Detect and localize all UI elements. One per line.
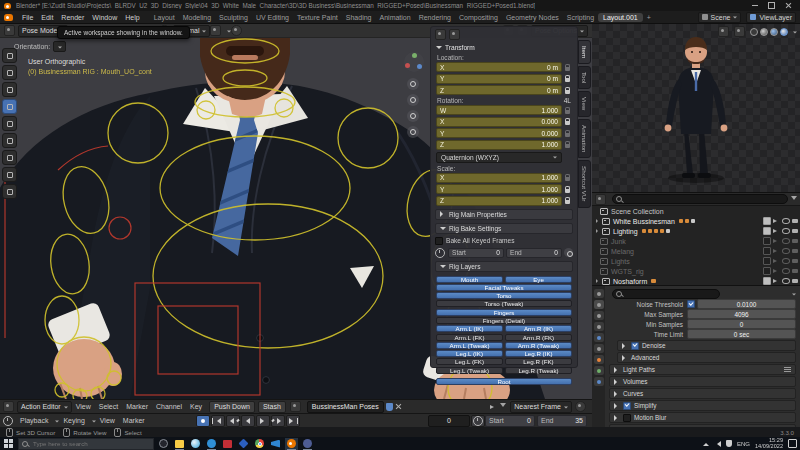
language-indicator[interactable]: ENG <box>737 441 750 447</box>
lock-icon[interactable] <box>565 200 570 204</box>
overlays-toggle-icon[interactable] <box>734 26 745 37</box>
workspace-tab-sculpting[interactable]: Sculpting <box>215 14 252 21</box>
motion-blur-checkbox[interactable] <box>623 414 631 422</box>
lock-icon[interactable] <box>565 121 570 125</box>
checkbox-icon[interactable] <box>763 267 771 275</box>
preset-menu-icon[interactable] <box>784 367 791 372</box>
axis-z-handle[interactable] <box>412 53 417 58</box>
output-tab-icon[interactable] <box>594 311 604 320</box>
max-samples-field[interactable]: 4096 <box>687 309 796 319</box>
security-shield-icon[interactable] <box>726 440 732 447</box>
dope-menu-channel[interactable]: Channel <box>152 403 186 410</box>
frame-end-field[interactable]: End35 <box>537 415 587 427</box>
fake-user-shield-icon[interactable] <box>386 403 393 411</box>
outliner-row-melang[interactable]: Melang <box>592 246 800 256</box>
auto-key-record-button[interactable] <box>196 415 210 427</box>
ortho-toggle-icon[interactable] <box>407 126 419 138</box>
eye-icon[interactable] <box>782 228 790 234</box>
tool-tab-icon[interactable] <box>594 289 604 298</box>
cursor-tool-icon[interactable] <box>2 82 17 97</box>
rotation-mode-dropdown[interactable]: Quaternion (WXYZ) <box>436 152 562 163</box>
prev-keyframe-button[interactable] <box>226 415 240 427</box>
eye-icon[interactable] <box>782 248 790 254</box>
denoise-section-header[interactable]: Denoise <box>617 340 796 351</box>
preview-range-clock-button[interactable] <box>471 415 485 427</box>
move-tool-icon[interactable] <box>2 99 17 114</box>
rig-layer-button-arm-r-fk[interactable]: Arm.R (FK) <box>505 334 572 341</box>
rig-layer-button-arm-r-ik[interactable]: Arm.R (IK) <box>505 325 572 332</box>
browse-action-icon[interactable] <box>290 401 301 412</box>
simplify-checkbox[interactable] <box>623 402 631 410</box>
world-tab-icon[interactable] <box>594 344 604 353</box>
properties-search[interactable] <box>612 289 720 299</box>
snap-magnet-icon[interactable] <box>210 25 221 36</box>
workspace-tab-shading[interactable]: Shading <box>342 14 376 21</box>
lock-icon[interactable] <box>565 189 570 193</box>
rig-layer-button-leg-l-fk[interactable]: Leg.L (FK) <box>436 358 503 365</box>
blender-menu-icon[interactable] <box>4 14 13 21</box>
rig-layer-button-arm-l-tweak[interactable]: Arm.L (Tweak) <box>436 342 503 349</box>
volumes-section-header[interactable]: Volumes <box>609 376 796 387</box>
filter-icon[interactable] <box>791 196 797 203</box>
selectable-icon[interactable] <box>773 269 779 273</box>
rig-layer-button-root[interactable]: Root <box>436 378 572 385</box>
menu-window[interactable]: Window <box>88 14 121 21</box>
minimize-icon[interactable] <box>752 5 758 6</box>
transform-panel-header[interactable]: Transform <box>436 43 572 52</box>
app-file-explorer-icon[interactable] <box>173 438 186 450</box>
rig-layer-button-fingers[interactable]: Fingers <box>436 309 572 316</box>
next-keyframe-button[interactable] <box>271 415 285 427</box>
tab-item[interactable]: Item <box>578 40 591 64</box>
modifier-tab-icon[interactable] <box>594 366 604 375</box>
unlink-icon[interactable] <box>395 403 402 410</box>
only-selected-icon[interactable] <box>490 405 496 409</box>
time-limit-field[interactable]: 0 sec <box>687 329 796 339</box>
selectable-icon[interactable] <box>773 229 779 233</box>
workspace-tab-rendering[interactable]: Rendering <box>415 14 455 21</box>
noise-threshold-field[interactable]: 0.0100 <box>697 299 796 309</box>
viewport-3d-camera[interactable] <box>592 24 800 192</box>
scale-tool-icon[interactable] <box>2 133 17 148</box>
render-visibility-icon[interactable] <box>792 239 798 244</box>
lock-icon[interactable] <box>565 78 570 82</box>
render-tab-icon[interactable] <box>594 300 604 309</box>
object-tab-icon[interactable] <box>594 355 604 364</box>
render-visibility-icon[interactable] <box>792 279 798 284</box>
rotation-y-field[interactable]: Y0.000 <box>436 128 562 138</box>
navigation-gizmo[interactable] <box>404 52 424 72</box>
timeline-editor-icon[interactable] <box>3 416 13 426</box>
motion-blur-section-header[interactable]: Motion Blur <box>609 412 796 423</box>
noise-threshold-checkbox[interactable] <box>687 300 695 308</box>
select-box-tool-icon[interactable] <box>2 65 17 80</box>
timeline-menu-marker[interactable]: Marker <box>119 417 149 424</box>
eye-icon[interactable] <box>782 258 790 264</box>
shading-material-icon[interactable] <box>770 28 778 36</box>
dope-menu-marker[interactable]: Marker <box>122 403 152 410</box>
eye-icon[interactable] <box>782 218 790 224</box>
denoise-checkbox[interactable] <box>631 342 639 350</box>
scale-y-field[interactable]: Y1.000 <box>436 184 562 194</box>
axis-y-handle[interactable] <box>417 64 422 69</box>
menu-render[interactable]: Render <box>57 14 88 21</box>
disclosure-triangle-icon[interactable] <box>596 219 600 223</box>
jump-to-end-button[interactable] <box>286 415 300 427</box>
transform-tool-icon[interactable] <box>2 150 17 165</box>
selectable-icon[interactable] <box>773 279 779 283</box>
rotation-4l-toggle[interactable]: 4L <box>564 97 571 104</box>
render-visibility-icon[interactable] <box>792 219 798 224</box>
editor-type-icon[interactable] <box>3 401 14 412</box>
rig-layer-button-torso-tweak[interactable]: Torso (Tweak) <box>436 300 572 307</box>
rig-main-properties-header[interactable]: Rig Main Properties <box>435 209 573 220</box>
viewport-3d-pose[interactable]: Pose Mode View Select Pose Normal Pose O… <box>0 24 592 399</box>
outliner-row-junk[interactable]: Junk <box>592 236 800 246</box>
outliner-display-mode-icon[interactable] <box>595 194 606 205</box>
selectable-icon[interactable] <box>773 249 779 253</box>
curves-section-header[interactable]: Curves <box>609 388 796 399</box>
rig-layer-button-mouth[interactable]: Mouth <box>436 276 503 283</box>
eye-icon[interactable] <box>782 238 790 244</box>
app-edge-icon[interactable] <box>189 438 202 450</box>
tab-view[interactable]: View <box>578 91 591 116</box>
close-icon[interactable] <box>785 2 792 9</box>
add-workspace-button[interactable]: + <box>643 14 655 21</box>
checkbox-icon[interactable] <box>763 217 771 225</box>
